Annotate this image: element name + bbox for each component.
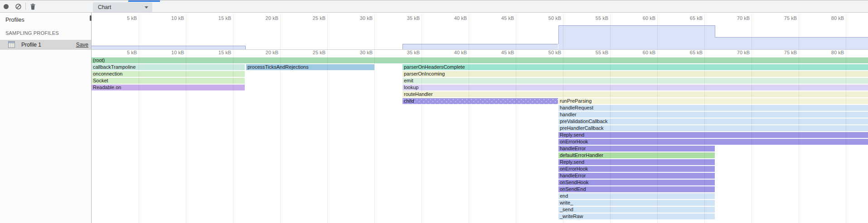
flame-frame-write-[interactable]: write_ (558, 200, 715, 206)
overview-ruler-label: 50 kB (529, 15, 561, 21)
grid-line (469, 14, 469, 223)
view-mode-value: Chart (98, 4, 111, 10)
grid-line (657, 14, 658, 223)
overview-memory-area (402, 44, 558, 49)
flame-ruler-label: 75 kB (765, 50, 797, 55)
overview-ruler-label: 15 kB (199, 15, 231, 21)
profiles-sidebar: Profiles SAMPLING PROFILES Profile 1 Sav… (0, 13, 92, 223)
flame-frame-defaulterrorhandler[interactable]: defaultErrorHandler (558, 152, 715, 158)
profile-icon (8, 41, 15, 48)
toolbar-divider (25, 3, 26, 10)
flame-ruler-label: 35 kB (388, 50, 420, 55)
heap-profiler-panel: Chart Profiles SAMPLING PROFILES Profile… (0, 0, 868, 223)
trash-button[interactable] (30, 3, 36, 10)
grid-line (799, 14, 799, 223)
grid-line (704, 14, 705, 223)
flame-frame-lookup[interactable]: lookup (402, 85, 868, 90)
flame-frame-parseronheaderscomplete[interactable]: parserOnHeadersComplete (402, 64, 868, 70)
flame-frame--send[interactable]: _send (558, 207, 715, 213)
view-mode-select[interactable]: Chart (93, 2, 152, 12)
flame-frame-handleerror[interactable]: handleError (558, 146, 715, 152)
flame-ruler-label: 80 kB (812, 50, 844, 55)
flame-frame-end[interactable]: end (558, 193, 715, 199)
overview-area-edge (715, 25, 715, 37)
flame-ruler-label: 30 kB (341, 50, 373, 55)
flame-frame-handleerror[interactable]: handleError (558, 173, 715, 179)
overview-area-edge (402, 44, 403, 49)
flame-frame-prehandlercallback[interactable]: preHandlerCallback (558, 125, 868, 131)
profiler-toolbar: Chart (0, 0, 868, 13)
overview-range-handle[interactable] (90, 15, 92, 21)
flame-ruler-label: 70 kB (718, 50, 750, 55)
flame-frame-handlerequest[interactable]: handleRequest (558, 105, 868, 111)
flame-ruler-label: 15 kB (199, 50, 231, 55)
overview-memory-area (92, 46, 245, 49)
flame-frame-routehandler[interactable]: routeHandler (402, 91, 868, 97)
overview-memory-area (715, 37, 868, 49)
overview-ruler-label: 70 kB (718, 15, 750, 21)
grid-line (186, 14, 186, 223)
flame-frame-onerrorhook[interactable]: onErrorHook (558, 139, 868, 145)
profile-name: Profile 1 (21, 42, 41, 48)
clear-button[interactable] (15, 4, 21, 9)
flame-frame-onsendend[interactable]: onSendEnd (558, 186, 715, 192)
flame-ruler-label: 25 kB (294, 50, 325, 55)
flame-ruler-label: 20 kB (247, 50, 278, 55)
flame-ruler-label: 55 kB (577, 50, 608, 55)
overview-ruler-label: 20 kB (247, 15, 278, 21)
flame-frame-onsendhook[interactable]: onSendHook (558, 180, 715, 185)
flame-frame-reply-send[interactable]: Reply.send (558, 132, 868, 138)
flame-chart-area[interactable]: 5 kB5 kB10 kB10 kB15 kB15 kB20 kB20 kB25… (92, 13, 868, 223)
grid-line (139, 14, 139, 223)
overview-ruler-label: 35 kB (388, 15, 420, 21)
flame-frame-reply-send[interactable]: Reply.send (558, 159, 715, 165)
flame-frame-readable-on[interactable]: Readable.on (92, 85, 245, 90)
overview-memory-area (558, 25, 715, 49)
overview-ruler-label: 55 kB (577, 15, 608, 21)
flame-frame-onerrorhook[interactable]: onErrorHook (558, 166, 715, 172)
grid-line (846, 14, 846, 223)
overview-ruler-label: 40 kB (435, 15, 467, 21)
overview-ruler-label: 65 kB (671, 15, 703, 21)
flame-ruler-label: 5 kB (105, 50, 137, 55)
grid-line (563, 14, 563, 223)
overview-bottom-border (92, 49, 868, 50)
flame-frame-emit[interactable]: emit (402, 78, 868, 84)
flame-frame-prevalidationcallback[interactable]: preValidationCallback (558, 119, 868, 124)
grid-line (233, 14, 233, 223)
overview-ruler-label: 60 kB (624, 15, 655, 21)
flame-frame-child[interactable]: child (402, 98, 558, 104)
flame-ruler-label: 40 kB (435, 50, 467, 55)
grid-line (752, 14, 752, 223)
overview-ruler-label: 10 kB (152, 15, 184, 21)
save-profile-link[interactable]: Save (76, 42, 88, 48)
record-button[interactable] (4, 4, 9, 9)
grid-line (280, 14, 281, 223)
flame-frame-processticksandrejections[interactable]: processTicksAndRejections (246, 64, 374, 70)
flame-ruler-label: 45 kB (482, 50, 514, 55)
flame-frame-socket[interactable]: Socket (92, 78, 245, 84)
sampling-profiles-header: SAMPLING PROFILES (5, 30, 59, 36)
flame-frame-runpreparsing[interactable]: runPreParsing (558, 98, 868, 104)
sidebar-title: Profiles (5, 17, 24, 23)
grid-line (422, 14, 422, 223)
overview-ruler-label: 5 kB (105, 15, 137, 21)
chevron-down-icon (145, 6, 148, 9)
overview-ruler-label: 45 kB (482, 15, 514, 21)
overview-ruler-label: 25 kB (294, 15, 325, 21)
overview-ruler-label: 75 kB (765, 15, 797, 21)
overview-area-edge (558, 25, 559, 44)
flame-ruler-label: 65 kB (671, 50, 703, 55)
grid-line (374, 14, 375, 223)
grid-line (610, 14, 611, 223)
flame-ruler-label: 50 kB (529, 50, 561, 55)
flame-frame-callbacktrampoline[interactable]: callbackTrampoline (92, 64, 245, 70)
flame-ruler-label: 10 kB (152, 50, 184, 55)
flame-frame-onconnection[interactable]: onconnection (92, 71, 245, 77)
overview-ruler-label: 80 kB (812, 15, 844, 21)
profile-list-item[interactable]: Profile 1 Save (0, 40, 91, 50)
flame-frame-handler[interactable]: handler (558, 112, 868, 118)
flame-frame-parseronincoming[interactable]: parserOnIncoming (402, 71, 868, 77)
grid-line (327, 14, 328, 223)
flame-frame--writeraw[interactable]: _writeRaw (558, 214, 715, 219)
